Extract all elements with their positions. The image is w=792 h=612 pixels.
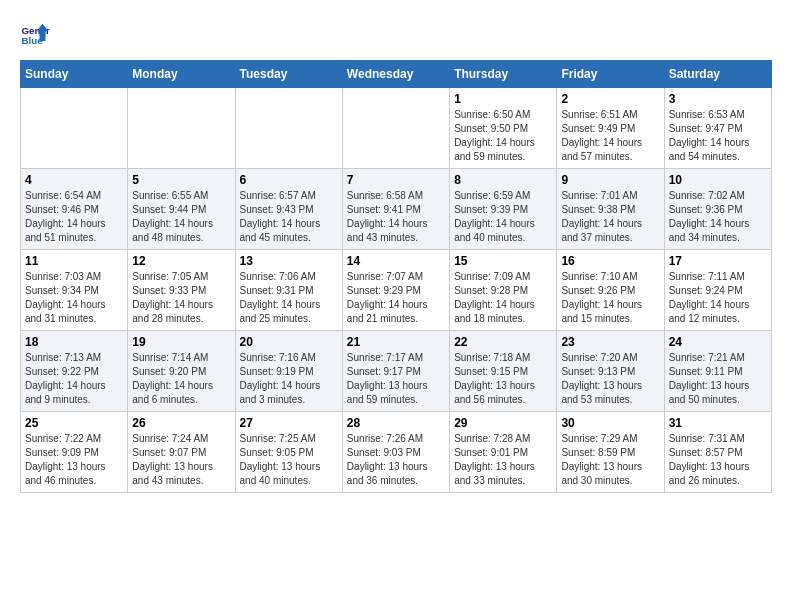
day-cell: 25Sunrise: 7:22 AM Sunset: 9:09 PM Dayli… — [21, 412, 128, 493]
week-row-2: 4Sunrise: 6:54 AM Sunset: 9:46 PM Daylig… — [21, 169, 772, 250]
day-number: 18 — [25, 335, 123, 349]
day-cell: 9Sunrise: 7:01 AM Sunset: 9:38 PM Daylig… — [557, 169, 664, 250]
header-thursday: Thursday — [450, 61, 557, 88]
day-cell: 30Sunrise: 7:29 AM Sunset: 8:59 PM Dayli… — [557, 412, 664, 493]
day-info: Sunrise: 6:50 AM Sunset: 9:50 PM Dayligh… — [454, 108, 552, 164]
day-info: Sunrise: 6:53 AM Sunset: 9:47 PM Dayligh… — [669, 108, 767, 164]
day-info: Sunrise: 6:55 AM Sunset: 9:44 PM Dayligh… — [132, 189, 230, 245]
day-cell: 8Sunrise: 6:59 AM Sunset: 9:39 PM Daylig… — [450, 169, 557, 250]
header-wednesday: Wednesday — [342, 61, 449, 88]
day-info: Sunrise: 7:29 AM Sunset: 8:59 PM Dayligh… — [561, 432, 659, 488]
day-number: 8 — [454, 173, 552, 187]
day-number: 9 — [561, 173, 659, 187]
day-info: Sunrise: 7:17 AM Sunset: 9:17 PM Dayligh… — [347, 351, 445, 407]
day-cell: 16Sunrise: 7:10 AM Sunset: 9:26 PM Dayli… — [557, 250, 664, 331]
day-info: Sunrise: 7:31 AM Sunset: 8:57 PM Dayligh… — [669, 432, 767, 488]
day-cell: 13Sunrise: 7:06 AM Sunset: 9:31 PM Dayli… — [235, 250, 342, 331]
day-cell: 7Sunrise: 6:58 AM Sunset: 9:41 PM Daylig… — [342, 169, 449, 250]
day-number: 27 — [240, 416, 338, 430]
day-cell: 20Sunrise: 7:16 AM Sunset: 9:19 PM Dayli… — [235, 331, 342, 412]
day-cell: 21Sunrise: 7:17 AM Sunset: 9:17 PM Dayli… — [342, 331, 449, 412]
day-info: Sunrise: 7:10 AM Sunset: 9:26 PM Dayligh… — [561, 270, 659, 326]
day-info: Sunrise: 7:25 AM Sunset: 9:05 PM Dayligh… — [240, 432, 338, 488]
day-number: 2 — [561, 92, 659, 106]
day-number: 11 — [25, 254, 123, 268]
week-row-4: 18Sunrise: 7:13 AM Sunset: 9:22 PM Dayli… — [21, 331, 772, 412]
day-cell: 26Sunrise: 7:24 AM Sunset: 9:07 PM Dayli… — [128, 412, 235, 493]
day-number: 6 — [240, 173, 338, 187]
day-info: Sunrise: 6:51 AM Sunset: 9:49 PM Dayligh… — [561, 108, 659, 164]
day-cell: 15Sunrise: 7:09 AM Sunset: 9:28 PM Dayli… — [450, 250, 557, 331]
header-saturday: Saturday — [664, 61, 771, 88]
day-cell: 19Sunrise: 7:14 AM Sunset: 9:20 PM Dayli… — [128, 331, 235, 412]
day-info: Sunrise: 7:13 AM Sunset: 9:22 PM Dayligh… — [25, 351, 123, 407]
day-cell: 4Sunrise: 6:54 AM Sunset: 9:46 PM Daylig… — [21, 169, 128, 250]
day-cell — [342, 88, 449, 169]
day-info: Sunrise: 7:26 AM Sunset: 9:03 PM Dayligh… — [347, 432, 445, 488]
week-row-5: 25Sunrise: 7:22 AM Sunset: 9:09 PM Dayli… — [21, 412, 772, 493]
day-cell: 6Sunrise: 6:57 AM Sunset: 9:43 PM Daylig… — [235, 169, 342, 250]
day-info: Sunrise: 7:22 AM Sunset: 9:09 PM Dayligh… — [25, 432, 123, 488]
day-info: Sunrise: 6:54 AM Sunset: 9:46 PM Dayligh… — [25, 189, 123, 245]
days-header-row: SundayMondayTuesdayWednesdayThursdayFrid… — [21, 61, 772, 88]
day-info: Sunrise: 7:02 AM Sunset: 9:36 PM Dayligh… — [669, 189, 767, 245]
day-cell: 27Sunrise: 7:25 AM Sunset: 9:05 PM Dayli… — [235, 412, 342, 493]
day-cell: 17Sunrise: 7:11 AM Sunset: 9:24 PM Dayli… — [664, 250, 771, 331]
day-number: 12 — [132, 254, 230, 268]
day-number: 10 — [669, 173, 767, 187]
day-number: 28 — [347, 416, 445, 430]
day-cell: 1Sunrise: 6:50 AM Sunset: 9:50 PM Daylig… — [450, 88, 557, 169]
day-cell: 12Sunrise: 7:05 AM Sunset: 9:33 PM Dayli… — [128, 250, 235, 331]
day-number: 25 — [25, 416, 123, 430]
day-info: Sunrise: 7:09 AM Sunset: 9:28 PM Dayligh… — [454, 270, 552, 326]
day-cell — [21, 88, 128, 169]
day-cell: 24Sunrise: 7:21 AM Sunset: 9:11 PM Dayli… — [664, 331, 771, 412]
header-friday: Friday — [557, 61, 664, 88]
day-cell: 23Sunrise: 7:20 AM Sunset: 9:13 PM Dayli… — [557, 331, 664, 412]
day-cell: 22Sunrise: 7:18 AM Sunset: 9:15 PM Dayli… — [450, 331, 557, 412]
day-cell — [235, 88, 342, 169]
calendar-table: SundayMondayTuesdayWednesdayThursdayFrid… — [20, 60, 772, 493]
day-info: Sunrise: 7:07 AM Sunset: 9:29 PM Dayligh… — [347, 270, 445, 326]
day-cell: 18Sunrise: 7:13 AM Sunset: 9:22 PM Dayli… — [21, 331, 128, 412]
day-number: 16 — [561, 254, 659, 268]
page-header: General Blue — [20, 20, 772, 50]
day-number: 13 — [240, 254, 338, 268]
day-number: 19 — [132, 335, 230, 349]
day-number: 3 — [669, 92, 767, 106]
day-number: 15 — [454, 254, 552, 268]
day-number: 26 — [132, 416, 230, 430]
day-number: 24 — [669, 335, 767, 349]
day-number: 29 — [454, 416, 552, 430]
day-cell: 28Sunrise: 7:26 AM Sunset: 9:03 PM Dayli… — [342, 412, 449, 493]
day-info: Sunrise: 7:21 AM Sunset: 9:11 PM Dayligh… — [669, 351, 767, 407]
day-info: Sunrise: 7:05 AM Sunset: 9:33 PM Dayligh… — [132, 270, 230, 326]
day-cell: 11Sunrise: 7:03 AM Sunset: 9:34 PM Dayli… — [21, 250, 128, 331]
day-info: Sunrise: 7:24 AM Sunset: 9:07 PM Dayligh… — [132, 432, 230, 488]
header-sunday: Sunday — [21, 61, 128, 88]
day-number: 5 — [132, 173, 230, 187]
day-info: Sunrise: 7:11 AM Sunset: 9:24 PM Dayligh… — [669, 270, 767, 326]
day-info: Sunrise: 7:03 AM Sunset: 9:34 PM Dayligh… — [25, 270, 123, 326]
day-info: Sunrise: 7:18 AM Sunset: 9:15 PM Dayligh… — [454, 351, 552, 407]
week-row-3: 11Sunrise: 7:03 AM Sunset: 9:34 PM Dayli… — [21, 250, 772, 331]
day-cell: 3Sunrise: 6:53 AM Sunset: 9:47 PM Daylig… — [664, 88, 771, 169]
day-cell: 29Sunrise: 7:28 AM Sunset: 9:01 PM Dayli… — [450, 412, 557, 493]
day-info: Sunrise: 6:58 AM Sunset: 9:41 PM Dayligh… — [347, 189, 445, 245]
day-number: 17 — [669, 254, 767, 268]
day-number: 1 — [454, 92, 552, 106]
week-row-1: 1Sunrise: 6:50 AM Sunset: 9:50 PM Daylig… — [21, 88, 772, 169]
header-monday: Monday — [128, 61, 235, 88]
day-number: 7 — [347, 173, 445, 187]
day-cell: 31Sunrise: 7:31 AM Sunset: 8:57 PM Dayli… — [664, 412, 771, 493]
day-cell: 5Sunrise: 6:55 AM Sunset: 9:44 PM Daylig… — [128, 169, 235, 250]
day-info: Sunrise: 7:20 AM Sunset: 9:13 PM Dayligh… — [561, 351, 659, 407]
day-number: 4 — [25, 173, 123, 187]
day-number: 23 — [561, 335, 659, 349]
day-cell: 10Sunrise: 7:02 AM Sunset: 9:36 PM Dayli… — [664, 169, 771, 250]
day-info: Sunrise: 7:28 AM Sunset: 9:01 PM Dayligh… — [454, 432, 552, 488]
day-info: Sunrise: 6:57 AM Sunset: 9:43 PM Dayligh… — [240, 189, 338, 245]
day-info: Sunrise: 7:01 AM Sunset: 9:38 PM Dayligh… — [561, 189, 659, 245]
day-info: Sunrise: 7:16 AM Sunset: 9:19 PM Dayligh… — [240, 351, 338, 407]
day-cell — [128, 88, 235, 169]
